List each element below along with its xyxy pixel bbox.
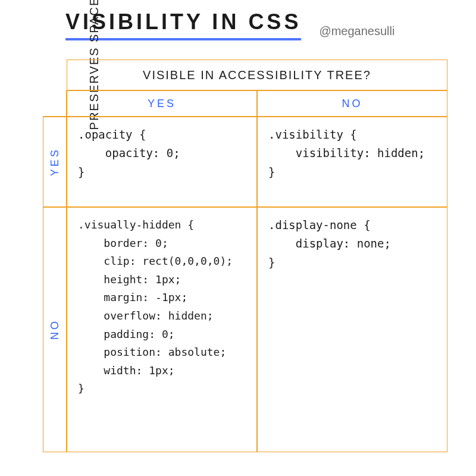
col-axis-label: Visible in accessibility tree?: [67, 60, 447, 90]
attribution-handle: @meganesulli: [319, 24, 394, 38]
corner-cell: [43, 60, 67, 90]
row-header-yes: Yes: [43, 117, 67, 207]
cell-preserves-no-a11y-no: .display-none { display: none; }: [257, 207, 447, 452]
cell-preserves-yes-a11y-no: .visibility { visibility: hidden; }: [257, 117, 447, 207]
row-header-spacer-1: [43, 90, 67, 117]
col-header-yes: Yes: [67, 90, 257, 117]
cell-preserves-yes-a11y-yes: .opacity { opacity: 0; }: [67, 117, 257, 207]
cell-preserves-no-a11y-yes: .visually-hidden { border: 0; clip: rect…: [67, 207, 257, 452]
row-header-no: No: [43, 207, 67, 452]
col-header-no: No: [257, 90, 447, 117]
comparison-table: Preserves space? Visible in accessibilit…: [43, 60, 447, 452]
